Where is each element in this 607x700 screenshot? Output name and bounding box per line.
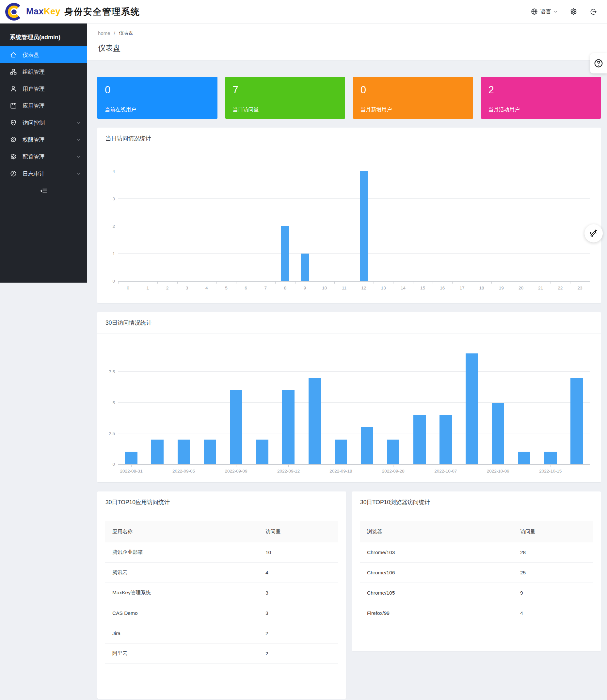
x-axis-tick-label: 23 [577, 286, 582, 290]
admin-label: 系统管理员(admin) [0, 23, 87, 46]
table-cell-name: 腾讯企业邮箱 [112, 549, 266, 556]
sidebar-item-用户管理[interactable]: 用户管理 [0, 80, 87, 97]
shield-icon [10, 119, 17, 126]
chart-bar [301, 254, 309, 281]
sidebar-item-日志审计[interactable]: 日志审计 [0, 165, 87, 182]
x-axis-tick-label: 2022-10-07 [434, 468, 457, 474]
table-header-cell: 浏览器 [367, 528, 520, 535]
sidebar-item-权限管理[interactable]: 权限管理 [0, 131, 87, 148]
table-row: 腾讯企业邮箱10 [105, 542, 338, 563]
table-header-cell: 应用名称 [112, 528, 266, 535]
table-row: CAS Demo3 [105, 603, 338, 623]
sidebar-item-应用管理[interactable]: 应用管理 [0, 97, 87, 114]
sidebar-item-组织管理[interactable]: 组织管理 [0, 63, 87, 80]
chart-gridline [118, 253, 590, 254]
chart-gridline [118, 402, 590, 403]
stat-card-label: 当前在线用户 [105, 106, 136, 113]
table-cell-name: 阿里云 [112, 650, 266, 657]
table-row: MaxKey管理系统3 [105, 583, 338, 603]
x-axis-tick-label: 2 [166, 286, 169, 290]
brand-max: Max [26, 6, 44, 16]
x-axis-tick-label: 15 [420, 286, 425, 290]
chart-bar [518, 452, 530, 464]
logout-button[interactable] [589, 8, 597, 16]
sidebar-item-label: 仪表盘 [23, 51, 81, 59]
x-axis-tick-label: 2022-10-15 [539, 468, 562, 474]
logout-icon [589, 8, 597, 16]
breadcrumb-separator: / [114, 30, 115, 36]
brand-title: 身份安全管理系统 [64, 6, 140, 18]
table-header-cell: 访问量 [520, 528, 586, 535]
home-icon [10, 51, 17, 59]
user-icon [10, 85, 17, 92]
settings-button[interactable] [569, 7, 578, 16]
chart-bar [151, 440, 164, 464]
x-axis-tick-label: 6 [245, 286, 247, 290]
stat-card-value: 7 [233, 85, 346, 95]
table-row: 阿里云2 [105, 643, 338, 664]
chevron-down-icon [77, 121, 81, 125]
help-button[interactable] [590, 53, 607, 73]
table-cell-count: 28 [520, 550, 586, 555]
x-axis-tick-label: 9 [304, 286, 306, 290]
chart-panel-today: 当日访问情况统计 01234 0123456789101112131415161… [97, 128, 601, 303]
chart-bar [335, 440, 347, 464]
sidebar-menu: 仪表盘组织管理用户管理应用管理访问控制权限管理配置管理日志审计 [0, 46, 87, 182]
y-axis-tick-label: 1 [103, 251, 115, 256]
app-icon [10, 102, 17, 109]
table-row: Chrome/10625 [360, 563, 593, 583]
stat-card-value: 0 [105, 85, 217, 95]
chart-plot: 01234 [118, 159, 590, 282]
chart-title: 当日访问情况统计 [97, 128, 601, 149]
y-axis-tick-label: 0 [103, 279, 115, 284]
x-axis-tick-label: 22 [558, 286, 563, 290]
x-axis-tick-label: 17 [459, 286, 464, 290]
top-browsers-table: 浏览器访问量Chrome/10328Chrome/10625Chrome/105… [360, 521, 593, 623]
permission-icon [10, 136, 17, 143]
chart-gridline [118, 171, 590, 171]
page-layout: 系统管理员(admin) 仪表盘组织管理用户管理应用管理访问控制权限管理配置管理… [0, 23, 607, 700]
x-axis-tick-label: 13 [381, 286, 386, 290]
stat-card: 0当前在线用户 [97, 77, 217, 119]
x-axis-tick-label: 2022-09-09 [225, 468, 247, 474]
breadcrumb: home / 仪表盘 [98, 30, 607, 36]
sidebar-item-label: 配置管理 [23, 153, 71, 160]
top-browsers-panel: 30日TOP10浏览器访问统计 浏览器访问量Chrome/10328Chrome… [352, 491, 601, 651]
chart-bar [439, 415, 452, 464]
y-axis-tick-label: 2.5 [103, 431, 115, 436]
breadcrumb-current: 仪表盘 [119, 30, 133, 36]
stat-card-label: 当月新增用户 [360, 106, 392, 113]
chart-bar [360, 171, 368, 281]
x-axis-tick-label: 18 [479, 286, 484, 290]
table-cell-count: 2 [266, 631, 331, 636]
page-head: home / 仪表盘 仪表盘 [87, 23, 607, 61]
stat-card-label: 当月活动用户 [488, 106, 520, 113]
maxkey-dashboard: { "app": { "brand_max": "Max", "brand_ke… [0, 0, 607, 700]
y-axis-tick-label: 5 [103, 400, 115, 405]
breadcrumb-home[interactable]: home [98, 30, 110, 36]
chart-bar [256, 440, 268, 464]
chart-bar [361, 427, 373, 464]
x-axis-tick-label: 1 [146, 286, 149, 290]
x-axis-tick-label: 19 [499, 286, 504, 290]
x-axis-tick-label: 12 [361, 286, 367, 290]
chart-bar [204, 440, 216, 464]
chart-bar [466, 353, 478, 464]
y-axis-tick-label: 3 [103, 196, 115, 201]
tables-row: 30日TOP10应用访问统计 应用名称访问量腾讯企业邮箱10腾讯云4MaxKey… [97, 491, 601, 699]
sidebar-item-配置管理[interactable]: 配置管理 [0, 148, 87, 165]
sidebar-item-仪表盘[interactable]: 仪表盘 [0, 46, 87, 63]
page-title: 仪表盘 [98, 43, 607, 53]
sidebar-item-访问控制[interactable]: 访问控制 [0, 114, 87, 131]
question-circle-icon [593, 58, 604, 68]
chart-gridline [118, 433, 590, 433]
theme-wand-button[interactable] [584, 224, 603, 242]
globe-icon [530, 8, 538, 15]
x-axis-tick-label: 2022-09-18 [330, 468, 352, 474]
language-selector[interactable]: 语言 [530, 8, 558, 15]
chart-bar [125, 452, 138, 464]
x-axis-tick-label: 5 [225, 286, 228, 290]
stat-card: 7当日访问量 [225, 77, 346, 119]
chart-gridline [118, 198, 590, 199]
menu-collapse-button[interactable] [0, 187, 87, 195]
